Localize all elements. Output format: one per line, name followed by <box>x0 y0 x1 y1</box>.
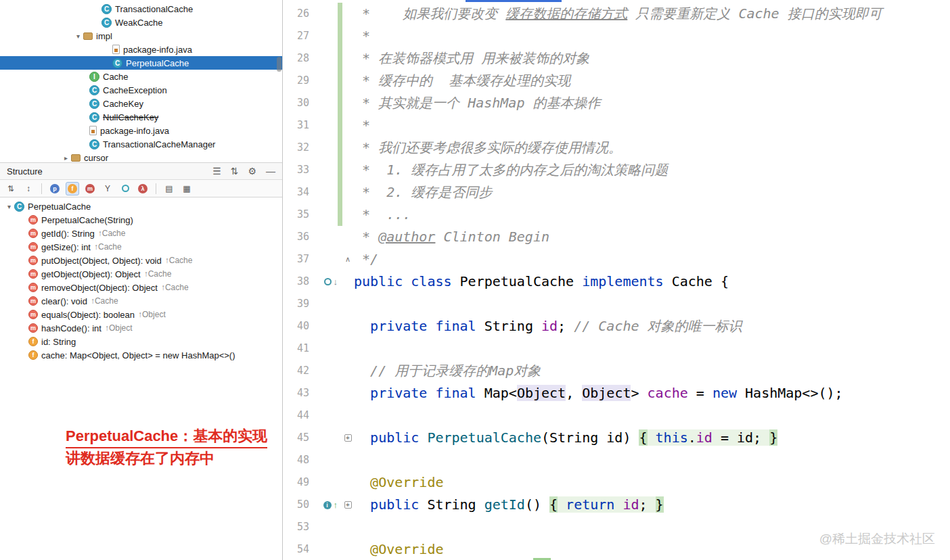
structure-item-getobject-object-object[interactable]: mgetObject(Object): Object↑Cache <box>0 267 282 281</box>
structure-item-id-string[interactable]: fid: String <box>0 335 282 348</box>
code-text[interactable]: * 其实就是一个 HashMap 的基本操作 <box>353 92 601 114</box>
gutter-icons: i↑ <box>312 494 338 516</box>
code-line-27: 27 * <box>284 25 950 47</box>
code-text[interactable]: @Override <box>353 538 443 560</box>
structure-item-removeobject-object-object[interactable]: mremoveObject(Object): Object↑Cache <box>0 281 282 294</box>
fold-zone <box>343 449 353 471</box>
token: } <box>656 496 664 513</box>
structure-item-getid-string[interactable]: mgetId(): String↑Cache <box>0 227 282 240</box>
code-text[interactable]: * 我们还要考虑很多实际的缓存使用情况。 <box>353 137 622 159</box>
show-properties-icon[interactable]: p <box>48 182 62 195</box>
structure-item-perpetualcache[interactable]: ▾CPerpetualCache <box>0 200 282 213</box>
tree-item-cache[interactable]: ICache <box>0 70 282 83</box>
structure-item-getsize-int[interactable]: mgetSize(): int↑Cache <box>0 240 282 254</box>
change-marker <box>338 494 342 516</box>
hide-icon[interactable]: — <box>266 166 275 177</box>
code-line-30: 30 * 其实就是一个 HashMap 的基本操作 <box>284 92 950 114</box>
code-text[interactable]: @Override <box>353 471 443 494</box>
structure-item-label: cache: Map<Object, Object> = new HashMap… <box>41 350 235 360</box>
code-text[interactable]: // 用于记录缓存的Map对象 <box>353 360 541 382</box>
token: private <box>370 318 427 334</box>
chevron-down-icon[interactable]: ▾ <box>4 203 14 210</box>
line-number: 43 <box>284 382 312 404</box>
tree-item-package-info-java[interactable]: package-info.java <box>0 124 282 137</box>
change-marker <box>338 181 342 204</box>
code-text[interactable]: * ... <box>353 204 411 226</box>
structure-item-perpetualcache-string[interactable]: mPerpetualCache(String) <box>0 213 282 227</box>
info-marker-icon[interactable]: i <box>323 501 332 509</box>
structure-tree: ▾CPerpetualCachemPerpetualCache(String)m… <box>0 197 282 362</box>
chevron-right-icon[interactable]: ▸ <box>61 154 71 162</box>
tree-item-cursor[interactable]: ▸cursor <box>0 151 282 162</box>
code-editor[interactable]: 26 * 如果我们要改变 缓存数据的存储方式 只需要重新定义 Cache 接口的… <box>284 0 950 560</box>
fold-end-icon[interactable]: ∧ <box>345 255 350 263</box>
code-text[interactable]: * 如果我们要改变 缓存数据的存储方式 只需要重新定义 Cache 接口的实现即… <box>353 3 882 25</box>
tree-item-perpetualcache[interactable]: CPerpetualCache <box>0 56 282 70</box>
code-text[interactable]: private final String id; // Cache 对象的唯一标… <box>353 315 742 337</box>
fold-expand-icon[interactable]: + <box>344 501 352 509</box>
structure-item-label: clear(): void <box>41 296 87 306</box>
tree-item-label: PerpetualCache <box>126 58 189 68</box>
tree-item-transactionalcachemanager[interactable]: CTransactionalCacheManager <box>0 137 282 151</box>
tree-item-impl[interactable]: ▾impl <box>0 29 282 43</box>
code-text[interactable]: * <box>353 25 370 47</box>
sort-icon[interactable]: ⇅ <box>231 166 239 177</box>
tree-item-cachekey[interactable]: CCacheKey <box>0 97 282 110</box>
fold-zone <box>343 360 353 382</box>
code-text[interactable]: * 1. 缓存占用了太多的内存之后的淘汰策略问题 <box>353 159 668 181</box>
tree-item-transactionalcache[interactable]: CTransactionalCache <box>0 2 282 16</box>
token <box>614 496 623 513</box>
tree-item-nullcachekey[interactable]: CNullCacheKey <box>0 110 282 124</box>
code-text[interactable]: * 2. 缓存是否同步 <box>353 181 492 204</box>
code-text[interactable]: * <box>353 114 370 137</box>
code-text[interactable]: * 在装饰器模式用 用来被装饰的对象 <box>353 47 589 70</box>
gutter-icons <box>312 181 338 204</box>
red-note-annotation: PerpetualCache：基本的实现 讲数据缓存在了内存中 <box>66 426 267 469</box>
settings-gear-icon[interactable]: ⚙ <box>248 166 256 177</box>
tree-item-package-info-java[interactable]: package-info.java <box>0 43 282 56</box>
token <box>354 318 370 334</box>
show-fields-icon[interactable]: f <box>66 182 79 195</box>
view-options-icon[interactable]: ☰ <box>212 166 221 177</box>
show-lambdas-icon[interactable]: λ <box>136 182 150 195</box>
tree-item-cacheexception[interactable]: CCacheException <box>0 83 282 97</box>
structure-item-cache-map-object-object-new-hashmap[interactable]: fcache: Map<Object, Object> = new HashMa… <box>0 348 282 362</box>
sort-by-visibility-icon[interactable]: ↕ <box>22 182 35 195</box>
code-text[interactable] <box>353 293 354 315</box>
show-non-public-icon[interactable]: m <box>83 182 97 195</box>
code-line-34: 34 * 2. 缓存是否同步 <box>284 181 950 204</box>
code-text[interactable] <box>353 404 354 427</box>
structure-item-equals-object-boolean[interactable]: mequals(Object): boolean↑Object <box>0 308 282 321</box>
project-tree-scrollbar[interactable] <box>277 57 281 72</box>
active-tab-indicator <box>466 0 562 2</box>
code-text[interactable] <box>353 337 354 360</box>
group-methods-icon[interactable]: ▤ <box>162 182 176 195</box>
fold-expand-icon[interactable]: + <box>344 434 352 442</box>
code-text[interactable]: public class PerpetualCache implements C… <box>353 271 729 293</box>
group-by-type-icon[interactable]: ▦ <box>180 182 194 195</box>
tree-item-weakcache[interactable]: CWeakCache <box>0 16 282 29</box>
code-text[interactable]: public PerpetualCache(String id) { this.… <box>353 427 777 449</box>
implemented-marker-icon[interactable] <box>324 278 332 285</box>
code-text[interactable]: */ <box>353 248 378 271</box>
token: * 我们还要考虑很多实际的缓存使用情况。 <box>354 139 622 156</box>
gutter-icons <box>312 70 338 92</box>
code-text[interactable] <box>353 516 354 538</box>
token <box>403 273 411 289</box>
show-inherited-icon[interactable] <box>118 182 132 195</box>
sort-alphabetically-icon[interactable]: ⇅ <box>4 182 18 195</box>
structure-item-putobject-object-object-void[interactable]: mputObject(Object, Object): void↑Cache <box>0 254 282 267</box>
code-text[interactable]: * @author Clinton Begin <box>353 226 549 248</box>
token <box>648 429 656 446</box>
structure-item-clear-void[interactable]: mclear(): void↑Cache <box>0 294 282 308</box>
code-text[interactable] <box>353 449 354 471</box>
code-text[interactable]: * 缓存中的 基本缓存处理的实现 <box>353 70 570 92</box>
structure-item-hashcode-int[interactable]: mhashCode(): int↑Object <box>0 321 282 335</box>
change-marker <box>338 47 342 70</box>
line-number: 34 <box>284 181 312 204</box>
code-text[interactable]: private final Map<Object, Object> cache … <box>353 382 843 404</box>
code-text[interactable]: public String getId() { return id; } <box>353 494 664 516</box>
chevron-down-icon[interactable]: ▾ <box>73 32 83 40</box>
code-line-28: 28 * 在装饰器模式用 用来被装饰的对象 <box>284 47 950 70</box>
filter-icon[interactable]: Y <box>101 182 114 195</box>
